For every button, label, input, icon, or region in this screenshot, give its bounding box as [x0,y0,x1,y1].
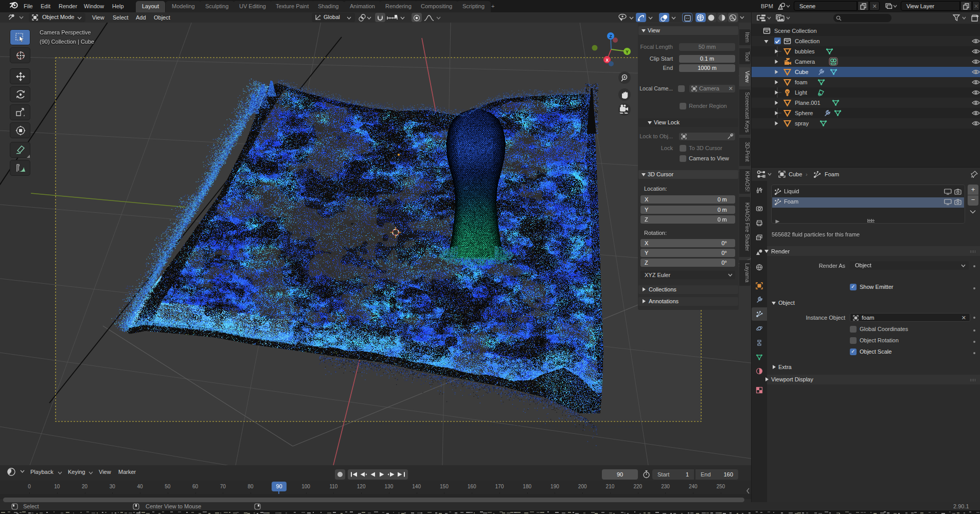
svg-text:Y: Y [626,49,629,54]
svg-text:X: X [605,58,609,63]
svg-text:Z: Z [609,34,612,39]
